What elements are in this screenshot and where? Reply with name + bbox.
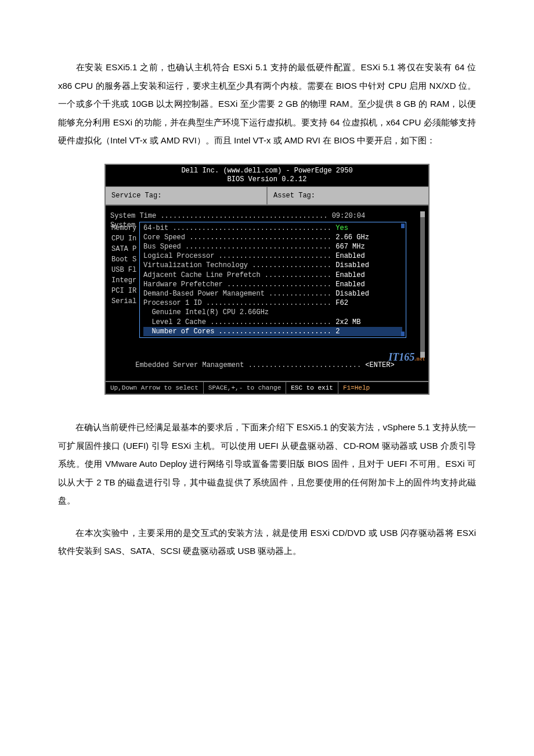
cpu-row: Genuine Intel(R) CPU 2.66GHz bbox=[143, 308, 402, 317]
watermark-main: IT165 bbox=[388, 351, 414, 363]
popup-scroll-up-icon[interactable] bbox=[401, 224, 405, 228]
cpu-row: Processor 1 ID .........................… bbox=[143, 298, 402, 308]
paragraph-1: 在安装 ESXi5.1 之前，也确认主机符合 ESXi 5.1 支持的最低硬件配… bbox=[58, 58, 476, 150]
paragraph-3-text: 在本次实验中，主要采用的是交互式的安装方法，就是使用 ESXi CD/DVD 或… bbox=[58, 528, 476, 556]
sidebar-item[interactable]: Memory bbox=[111, 223, 136, 233]
watermark: IT165.net bbox=[388, 351, 425, 363]
cpu-row: Bus Speed ..............................… bbox=[143, 242, 402, 251]
bios-title-line1: Dell Inc. (www.dell.com) - PowerEdge 295… bbox=[106, 167, 428, 176]
cpu-row: Level 2 Cache ..........................… bbox=[143, 318, 402, 327]
sidebar-item[interactable]: SATA P bbox=[111, 244, 136, 254]
sidebar-item[interactable]: USB Fl bbox=[111, 265, 136, 275]
watermark-sub: .net bbox=[414, 355, 425, 362]
sidebar-item[interactable]: Boot S bbox=[111, 254, 136, 265]
paragraph-3: 在本次实验中，主要采用的是交互式的安装方法，就是使用 ESXi CD/DVD 或… bbox=[58, 524, 476, 560]
cpu-info-popup: 64-bit .................................… bbox=[139, 222, 406, 338]
paragraph-1-text: 在安装 ESXi5.1 之前，也确认主机符合 ESXi 5.1 支持的最低硬件配… bbox=[58, 62, 476, 145]
paragraph-2: 在确认当前硬件已经满足最基本的要求后，下面来介绍下 ESXi5.1 的安装方法，… bbox=[58, 418, 476, 510]
cpu-row: Demand-Based Power Management ..........… bbox=[143, 289, 402, 298]
paragraph-2-text: 在确认当前硬件已经满足最基本的要求后，下面来介绍下 ESXi5.1 的安装方法，… bbox=[58, 422, 476, 505]
bios-footer: Up,Down Arrow to select SPACE,+,- to cha… bbox=[106, 381, 428, 394]
popup-scroll-down-icon[interactable] bbox=[401, 332, 405, 336]
footer-nav-hint: Up,Down Arrow to select bbox=[106, 382, 204, 394]
footer-change-hint: SPACE,+,- to change bbox=[204, 382, 286, 394]
bios-screenshot: Dell Inc. (www.dell.com) - PowerEdge 295… bbox=[104, 164, 430, 395]
scrollbar[interactable] bbox=[420, 211, 425, 358]
embedded-server-line[interactable]: Embedded Server Management .............… bbox=[110, 353, 424, 377]
sidebar-item[interactable]: PCI IR bbox=[111, 286, 136, 296]
bios-body: System Time ............................… bbox=[106, 206, 428, 381]
sidebar-item[interactable]: Integr bbox=[111, 275, 136, 286]
cpu-row: Adjacent Cache Line Prefetch ...........… bbox=[143, 271, 402, 280]
scroll-up-icon[interactable] bbox=[420, 211, 425, 217]
footer-help-hint: F1=Help bbox=[338, 382, 374, 394]
cpu-row-selected[interactable]: Number of Cores ........................… bbox=[143, 327, 402, 336]
asset-tag-label: Asset Tag: bbox=[268, 187, 428, 204]
sidebar-item[interactable]: Serial bbox=[111, 296, 136, 307]
sidebar-item[interactable]: CPU In bbox=[111, 233, 136, 244]
popup-scrollbar[interactable] bbox=[401, 224, 405, 336]
cpu-row: Logical Processor ......................… bbox=[143, 251, 402, 261]
system-time-line: System Time ............................… bbox=[110, 211, 424, 221]
bios-header: Dell Inc. (www.dell.com) - PowerEdge 295… bbox=[106, 165, 428, 187]
cpu-row: Virtualization Technology ..............… bbox=[143, 261, 402, 270]
bios-title-line2: BIOS Version 0.2.12 bbox=[106, 175, 428, 185]
cpu-row: 64-bit .................................… bbox=[143, 224, 402, 233]
service-tag-label: Service Tag: bbox=[106, 187, 268, 204]
bios-tag-bar: Service Tag: Asset Tag: bbox=[106, 187, 428, 206]
footer-esc-hint: ESC to exit bbox=[286, 382, 338, 394]
cpu-row: Hardware Prefetcher ....................… bbox=[143, 280, 402, 289]
cpu-row: Core Speed .............................… bbox=[143, 233, 402, 242]
bios-sidebar: Memory CPU In SATA P Boot S USB Fl Integ… bbox=[111, 223, 136, 307]
